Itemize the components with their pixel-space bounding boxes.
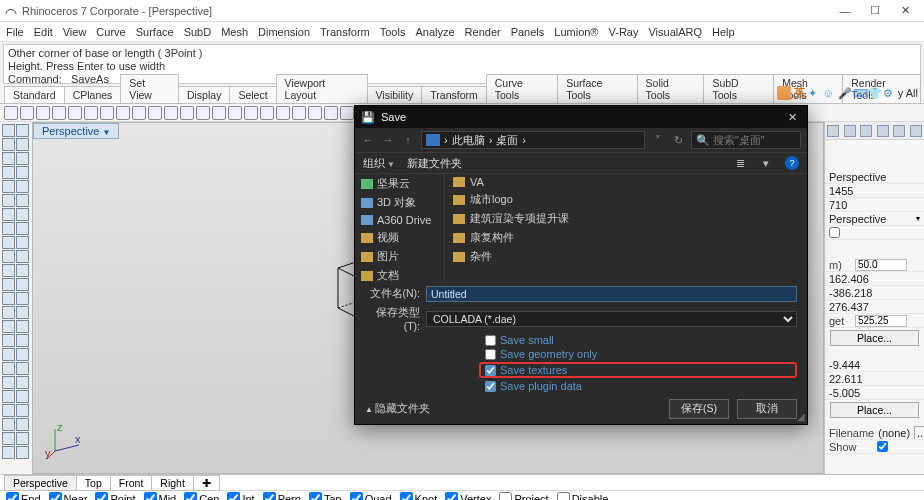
tab-transform[interactable]: Transform [421,86,486,103]
osnap-int[interactable]: Int [227,492,254,500]
ime-icon[interactable]: ⌨ [853,87,865,99]
toolbar-button[interactable] [244,106,258,120]
tool-button[interactable] [2,124,15,137]
tree-item[interactable]: 图片 [355,247,444,266]
ime-icon[interactable]: ✦ [808,87,820,99]
tab-standard[interactable]: Standard [4,86,65,103]
vptab-right[interactable]: Right [151,475,194,491]
osnap-perp[interactable]: Perp [263,492,301,500]
tab-cplanes[interactable]: CPlanes [64,86,122,103]
tab-viewportlayout[interactable]: Viewport Layout [276,74,368,103]
prop-row[interactable]: Perspective▾ [825,212,924,226]
panel-tab-icon[interactable] [877,125,889,137]
osnap-point[interactable]: Point [95,492,135,500]
close-button[interactable]: ✕ [890,1,920,21]
prop-input[interactable] [855,315,907,327]
panel-tab-icon[interactable] [827,125,839,137]
toolbar-button[interactable] [100,106,114,120]
nav-tree[interactable]: 坚果云 3D 对象 A360 Drive 视频 图片 文档 下载 音乐 桌面 [355,174,445,282]
search-input[interactable]: 🔍 搜索"桌面" [691,131,801,149]
menu-view[interactable]: View [63,26,87,38]
menu-surface[interactable]: Surface [136,26,174,38]
toolbar-button[interactable] [116,106,130,120]
menu-transform[interactable]: Transform [320,26,370,38]
ime-icon[interactable]: 👕 [868,87,880,99]
tool-button[interactable] [2,320,15,333]
chevron-down-icon[interactable]: ▼ [102,128,110,137]
tool-button[interactable] [2,292,15,305]
tool-button[interactable] [16,236,29,249]
dialog-close-button[interactable]: ✕ [783,108,801,126]
tree-item[interactable]: 3D 对象 [355,193,444,212]
tool-button[interactable] [2,418,15,431]
toolbar-button[interactable] [148,106,162,120]
organize-button[interactable]: 组织▼ [363,156,395,171]
filetype-select[interactable]: COLLADA (*.dae) [426,311,797,327]
list-item[interactable]: 建筑渲染专项提升课 [445,209,807,228]
toolbar-button[interactable] [292,106,306,120]
tool-button[interactable] [16,320,29,333]
tree-item[interactable]: A360 Drive [355,212,444,228]
tool-button[interactable] [16,432,29,445]
toolbar-button[interactable] [36,106,50,120]
list-item[interactable]: 城市logo [445,190,807,209]
toolbar-button[interactable] [212,106,226,120]
tool-button[interactable] [16,404,29,417]
toolbar-button[interactable] [164,106,178,120]
menu-dimension[interactable]: Dimension [258,26,310,38]
new-folder-button[interactable]: 新建文件夹 [407,156,462,171]
toolbar-button[interactable] [196,106,210,120]
list-item[interactable]: 康复构件 [445,228,807,247]
osnap-quad[interactable]: Quad [350,492,392,500]
save-button[interactable]: 保存(S) [669,399,729,419]
toolbar-button[interactable] [52,106,66,120]
toolbar-button[interactable] [132,106,146,120]
tool-button[interactable] [2,278,15,291]
toolbar-button[interactable] [340,106,354,120]
prop-input[interactable] [855,259,907,271]
tool-button[interactable] [2,404,15,417]
tool-button[interactable] [16,208,29,221]
tool-button[interactable] [2,264,15,277]
tool-button[interactable] [2,334,15,347]
tab-surfacetools[interactable]: Surface Tools [557,74,637,103]
prop-checkbox[interactable] [829,227,840,238]
viewport-title[interactable]: Perspective▼ [33,123,119,139]
menu-visualarq[interactable]: VisualARQ [648,26,702,38]
menu-render[interactable]: Render [465,26,501,38]
menu-vray[interactable]: V-Ray [608,26,638,38]
tool-button[interactable] [2,306,15,319]
tab-select[interactable]: Select [229,86,276,103]
osnap-cen[interactable]: Cen [184,492,219,500]
tool-button[interactable] [2,250,15,263]
tool-button[interactable] [16,418,29,431]
osnap-mid[interactable]: Mid [144,492,177,500]
opt-save-small[interactable]: Save small [485,334,797,346]
vptab-front[interactable]: Front [110,475,153,491]
tree-item[interactable]: 文档 [355,266,444,282]
view-mode-icon[interactable]: ≣ [733,156,747,170]
ime-sogou-icon[interactable] [777,86,791,100]
tab-setview[interactable]: Set View [120,74,179,103]
tool-button[interactable] [16,362,29,375]
tree-item[interactable]: 坚果云 [355,174,444,193]
tool-button[interactable] [16,264,29,277]
toolbar-button[interactable] [180,106,194,120]
tool-button[interactable] [16,390,29,403]
list-item[interactable]: VA [445,174,807,190]
tool-button[interactable] [16,250,29,263]
tab-visibility[interactable]: Visibility [367,86,423,103]
tool-button[interactable] [16,180,29,193]
place-button[interactable]: Place... [830,402,919,418]
tool-button[interactable] [2,348,15,361]
panel-tab-icon[interactable] [893,125,905,137]
tree-item[interactable]: 视频 [355,228,444,247]
toolbar-button[interactable] [260,106,274,120]
toolbar-button[interactable] [228,106,242,120]
toolbar-button[interactable] [84,106,98,120]
tool-button[interactable] [2,362,15,375]
place-button[interactable]: Place... [830,330,919,346]
tool-button[interactable] [2,390,15,403]
menu-subd[interactable]: SubD [184,26,212,38]
show-checkbox[interactable] [877,441,888,452]
